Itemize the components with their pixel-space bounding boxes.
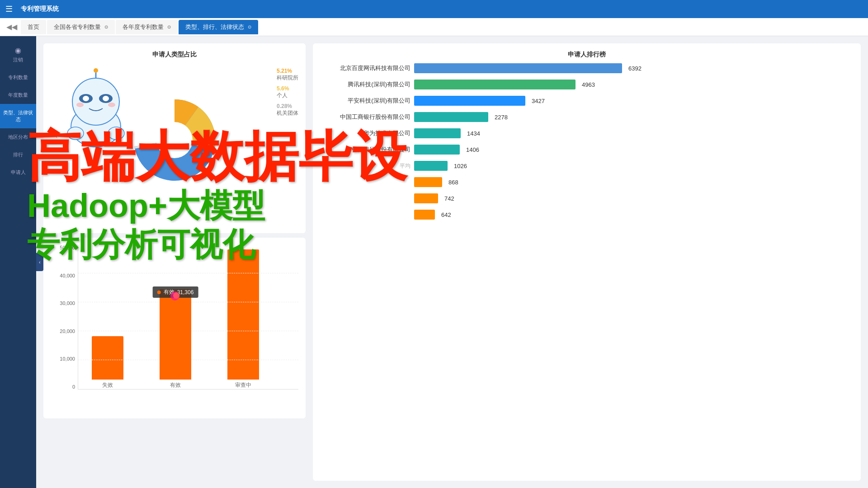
pie-label-keyan: 5.21% 科研院所 [277,68,298,82]
menu-icon[interactable]: ☰ [5,4,13,14]
cursor [170,291,179,300]
ranking-value-3: 2278 [495,114,508,121]
tab-back-button[interactable]: ◀◀ [4,23,20,31]
left-panel: 申请人类型占比 [43,43,306,481]
sidebar-item-ranking[interactable]: 排行 [0,146,36,164]
logout-icon: ◉ [15,46,21,55]
tab-bar: ◀◀ 首页 全国各省专利数量 ⊙ 各年度专利数量 ⊙ 类型、排行、法律状态 ⊙ [0,18,868,36]
ranking-bar-4 [414,128,461,138]
tab-type-close[interactable]: ⊙ [248,24,251,29]
bar-chart-container: 50,000 40,000 30,000 20,000 10,000 0 [43,238,306,418]
bar-youxiao-rect [160,289,191,380]
tab-yearly-label: 各年度专利数量 [123,23,164,31]
ranking-bar-0 [414,63,622,73]
jiguan-percent: 0.28% [277,103,292,109]
tab-province[interactable]: 全国各省专利数量 ⊙ [47,20,115,34]
ranking-company-4: 华为技术有限公司 [320,129,410,137]
tab-home[interactable]: 首页 [21,20,46,34]
bar-shenzhazhong: 审查中 [227,249,259,389]
sidebar-item-type-law[interactable]: 类型、法律状态 [0,104,36,128]
pie-label-area: 5.21% 科研院所 5.6% 个人 0.28% 机关团体 [277,68,298,117]
svg-point-6 [76,103,84,107]
ranking-bar-9 [414,210,435,220]
sidebar-item-region-label: 地区分布 [8,134,28,141]
bar-shixiao-rect [92,336,123,380]
ranking-bar-2 [414,96,525,106]
ranking-value-2: 3427 [532,98,545,104]
tab-home-label: 首页 [28,23,39,31]
y-label-30k: 30,000 [60,300,75,306]
pie-label-geren: 5.6% 个人 [277,85,298,99]
ranking-bar-1 [414,80,576,89]
bar-shenzhazhong-rect [227,249,259,380]
keyan-percent: 5.21% [277,68,292,74]
ranking-row-3: 中国工商银行股份有限公司 2278 [320,112,854,122]
jiguan-label: 机关团体 [277,110,298,116]
y-axis: 50,000 40,000 30,000 20,000 10,000 0 [51,245,78,389]
tooltip-value: 31,306 [177,289,194,296]
svg-point-4 [83,96,89,101]
mascot [60,68,132,149]
svg-point-5 [103,96,109,101]
sidebar-item-applicant[interactable]: 申请人 [0,164,36,181]
ranking-bar-8 [414,193,438,203]
main-content: 申请人类型占比 [36,36,868,488]
sidebar-item-ranking-label: 排行 [13,151,23,158]
sidebar-item-yearly-label: 年度数量 [8,92,28,99]
ranking-bar-6 [414,161,448,171]
pie-label-jiguan: 0.28% 机关团体 [277,103,298,117]
ranking-value-7: 868 [448,179,458,186]
sidebar-item-region[interactable]: 地区分布 [0,128,36,146]
right-panel: 申请人排行榜 北京百度网讯科技有限公司 6392 腾讯科技(深圳)有限公司 49… [313,43,861,481]
ranking-value-9: 642 [441,211,451,218]
svg-point-9 [108,127,124,140]
ranking-list: 北京百度网讯科技有限公司 6392 腾讯科技(深圳)有限公司 4963 平安科技… [320,63,854,220]
svg-point-7 [108,103,115,107]
ranking-company-1: 腾讯科技(深圳)有限公司 [320,80,410,89]
tab-yearly-close[interactable]: ⊙ [167,24,171,29]
ranking-row-8: 742 [320,193,854,203]
ranking-row-1: 腾讯科技(深圳)有限公司 4963 [320,80,854,89]
top-bar: ☰ 专利管理系统 [0,0,868,18]
svg-point-8 [67,127,84,140]
svg-point-12 [156,122,193,158]
ranking-row-0: 北京百度网讯科技有限公司 6392 [320,63,854,73]
ranking-company-2: 平安科技(深圳)有限公司 [320,97,410,105]
ranking-value-5: 1406 [466,146,479,153]
ranking-bar-3 [414,112,488,122]
pie-chart-svg [125,90,224,190]
ranking-row-4: 华为技术有限公司 1434 [320,128,854,138]
sidebar-item-logout-label: 注销 [13,56,23,63]
tab-type[interactable]: 类型、排行、法律状态 ⊙ [179,20,258,34]
ranking-company-5: 中国银行股份有限公司 [320,145,410,154]
bar-youxiao-label: 有效 [170,381,181,389]
bar-youxiao[interactable]: 有效 31,306 有效 [160,289,191,389]
app-title: 专利管理系统 [21,5,59,13]
bars-area: 失效 有效 31,306 [78,245,298,389]
y-label-40k: 40,000 [60,273,75,278]
keyan-label: 科研院所 [277,75,298,81]
y-label-0: 0 [72,384,75,389]
tab-province-close[interactable]: ⊙ [104,24,108,29]
charts-row: 申请人类型占比 [43,43,861,481]
sidebar-item-patent-count[interactable]: 专利数量 [0,69,36,86]
sidebar-item-logout[interactable]: ◉ 注销 [0,41,36,69]
svg-point-1 [72,78,119,125]
ranking-row-5: 中国银行股份有限公司 1406 [320,145,854,155]
y-label-20k: 20,000 [60,328,75,334]
tab-type-label: 类型、排行、法律状态 [185,23,244,31]
ranking-title: 申请人排行榜 [320,51,854,59]
geren-percent: 5.6% [277,85,289,92]
tooltip-dot [157,291,161,294]
pie-chart-container: 申请人类型占比 [43,43,306,233]
sidebar-item-yearly[interactable]: 年度数量 [0,86,36,104]
ranking-value-8: 742 [444,195,454,202]
ranking-row-7: 868 [320,177,854,187]
sidebar-item-patent-label: 专利数量 [8,74,28,81]
bar-shixiao-label: 失效 [102,381,113,389]
y-label-10k: 10,000 [60,356,75,361]
tab-yearly[interactable]: 各年度专利数量 ⊙ [116,20,178,34]
bar-chart-inner: 50,000 40,000 30,000 20,000 10,000 0 [51,245,298,389]
ranking-row-9: 642 [320,210,854,220]
ranking-company-0: 北京百度网讯科技有限公司 [320,64,410,72]
